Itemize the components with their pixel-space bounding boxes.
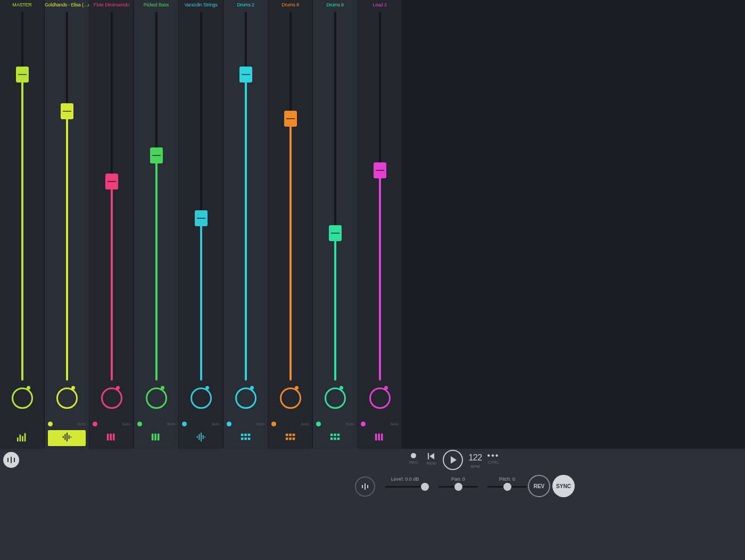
channel-strip: Varazdin StringsSolo (179, 0, 224, 449)
fader-handle[interactable] (61, 103, 73, 119)
ctrl-label: CTRL (488, 460, 499, 465)
fader-handle[interactable] (329, 225, 342, 241)
svg-rect-39 (378, 434, 380, 441)
svg-rect-14 (157, 434, 159, 441)
svg-rect-25 (247, 438, 250, 440)
channel-type-button[interactable] (361, 430, 399, 446)
solo-button[interactable]: Solo (211, 422, 220, 426)
mute-button[interactable] (93, 422, 97, 426)
solo-button[interactable]: Solo (390, 422, 399, 426)
channel-name[interactable]: Drums 2 (224, 2, 268, 7)
pads-icon (240, 432, 252, 444)
channel-master: MASTER (0, 0, 45, 449)
fader[interactable] (379, 12, 381, 381)
channel-name[interactable]: Lead 2 (358, 2, 402, 7)
fader[interactable] (200, 12, 202, 381)
mute-button[interactable] (227, 422, 231, 426)
channel-type-button[interactable] (48, 430, 86, 446)
mute-button[interactable] (271, 422, 276, 426)
channel-type-button[interactable] (316, 430, 354, 446)
svg-rect-34 (337, 434, 340, 437)
channel-type-button[interactable] (182, 430, 220, 446)
channel-name[interactable]: MASTER (0, 2, 44, 7)
pitch-slider[interactable]: Pitch: 0 (487, 476, 527, 488)
fader-handle[interactable] (105, 174, 118, 190)
channel-type-button[interactable] (271, 430, 309, 446)
waveform-icon (195, 432, 207, 444)
channel-type-button[interactable] (93, 430, 130, 446)
sync-button[interactable]: SYNC (552, 475, 575, 497)
svg-rect-5 (64, 434, 65, 440)
channel-type-button[interactable] (227, 430, 264, 446)
solo-button[interactable]: Solo (301, 422, 309, 426)
waveform-icon (365, 483, 366, 490)
pan-knob[interactable] (12, 388, 33, 409)
channel-type-button[interactable] (137, 430, 175, 446)
mute-button[interactable] (361, 422, 366, 426)
level-slider[interactable]: Level: 0.0 dB (385, 476, 425, 488)
mute-button[interactable] (316, 422, 321, 426)
piano-icon (151, 432, 162, 444)
mute-button[interactable] (48, 422, 53, 426)
selected-channel-icon-button[interactable] (355, 476, 375, 497)
svg-rect-19 (204, 437, 205, 438)
pan-knob[interactable] (325, 388, 346, 409)
fader-handle[interactable] (239, 67, 252, 83)
svg-rect-8 (70, 437, 71, 438)
svg-rect-16 (198, 434, 200, 440)
solo-button[interactable]: Solo (122, 422, 130, 426)
play-button[interactable] (442, 450, 464, 470)
reverse-button[interactable]: REV (528, 475, 550, 497)
bpm-display[interactable]: 122 BPM (466, 453, 484, 469)
svg-rect-20 (241, 434, 243, 437)
fader-handle[interactable] (284, 111, 297, 127)
channel-name[interactable]: Drums 8 (268, 2, 312, 7)
pan-knob[interactable] (235, 388, 256, 409)
fader-handle[interactable] (16, 67, 29, 83)
ctrl-menu-button[interactable]: ••• CTRL (485, 453, 501, 465)
svg-rect-17 (201, 433, 202, 442)
record-button[interactable]: REC (405, 453, 421, 465)
solo-button[interactable]: Solo (77, 422, 86, 426)
pitch-label: Pitch: 0 (499, 476, 515, 482)
pan-knob[interactable] (101, 388, 122, 409)
svg-rect-28 (292, 434, 295, 437)
selected-channel-params: Level: 0.0 dB Pan: 0 Pitch: 0 REV SYNC (0, 476, 745, 508)
fader-handle[interactable] (195, 210, 208, 226)
fader-handle[interactable] (150, 147, 163, 163)
channel-name[interactable]: Varazdin Strings (179, 2, 223, 7)
solo-button[interactable]: Solo (345, 422, 354, 426)
pan-knob[interactable] (280, 388, 301, 409)
mute-button[interactable] (182, 422, 187, 426)
pan-knob[interactable] (191, 388, 212, 409)
rewind-button[interactable]: REW (424, 453, 440, 466)
solo-button[interactable]: Solo (256, 422, 264, 426)
channel-type-button[interactable] (3, 430, 41, 446)
svg-rect-2 (22, 436, 23, 441)
channel-name[interactable]: Goldhands - Elisa (…ocal) (45, 2, 89, 7)
rewind-label: REW (427, 461, 437, 466)
pan-knob[interactable] (56, 388, 78, 409)
fader[interactable] (289, 12, 292, 381)
svg-rect-13 (154, 434, 156, 441)
pan-knob[interactable] (369, 388, 391, 409)
svg-rect-21 (244, 434, 247, 437)
svg-rect-9 (106, 434, 109, 441)
bpm-value: 122 (468, 453, 482, 463)
channel-name[interactable]: Drums 9 (313, 2, 357, 7)
fader[interactable] (111, 12, 113, 381)
fader[interactable] (66, 12, 68, 381)
transport-bar: REC REW 122 BPM ••• CTRL Level: 0.0 dB (0, 449, 745, 560)
fader[interactable] (334, 12, 336, 381)
solo-button[interactable]: Solo (167, 422, 175, 426)
more-icon: ••• (487, 453, 500, 458)
fader-handle[interactable] (374, 162, 386, 178)
svg-rect-10 (110, 434, 112, 441)
channel-name[interactable]: Picked Bass (134, 2, 178, 7)
pan-slider[interactable]: Pan: 0 (438, 476, 478, 488)
mixer-toggle-button[interactable] (3, 452, 19, 468)
fader[interactable] (155, 12, 158, 381)
channel-name[interactable]: Flute Diminuendo (89, 2, 134, 7)
mute-button[interactable] (137, 422, 142, 426)
pan-knob[interactable] (146, 388, 167, 409)
